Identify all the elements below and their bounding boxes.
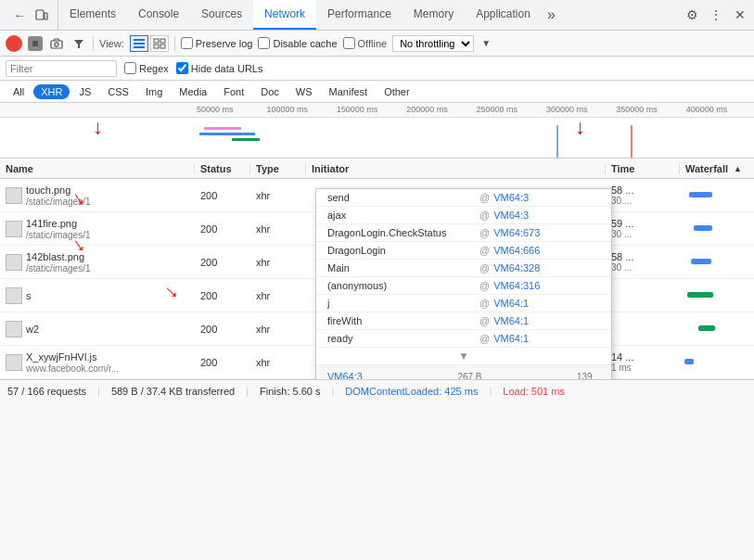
regex-checkbox[interactable]: Regex <box>124 62 169 74</box>
td-name-cell: 141fire.png /static/images/1 <box>0 218 195 240</box>
th-waterfall[interactable]: Waterfall ▲ <box>680 163 754 174</box>
type-tab-css[interactable]: CSS <box>100 84 136 99</box>
camera-button[interactable] <box>48 35 65 52</box>
th-initiator[interactable]: Initiator <box>306 163 606 174</box>
popup-link-vm64-1-j[interactable]: VM64:1 <box>493 298 529 309</box>
popup-section-1: VM64:3 267 B 139... Script 47 B 138... <box>316 364 611 379</box>
svg-rect-1 <box>45 13 47 19</box>
td-type: xhr <box>250 290 306 301</box>
svg-rect-9 <box>154 39 159 43</box>
popup-section-row: VM64:3 267 B 139... <box>327 369 600 379</box>
timeline-tick-3: 150000 ms <box>335 105 404 114</box>
disable-cache-checkbox[interactable]: Disable cache <box>258 37 337 49</box>
status-finish: Finish: 5.60 s <box>260 386 320 397</box>
record-button[interactable] <box>6 35 22 52</box>
th-time[interactable]: Time <box>606 163 680 174</box>
td-waterfall <box>680 212 754 245</box>
td-status: 200 <box>195 290 250 301</box>
sort-icon: ▲ <box>734 164 742 173</box>
tab-elements[interactable]: Elements <box>58 0 127 30</box>
filter-input[interactable] <box>6 60 117 77</box>
type-tab-manifest[interactable]: Manifest <box>322 84 376 99</box>
offline-checkbox[interactable]: Offline <box>343 37 388 49</box>
type-tab-other[interactable]: Other <box>377 84 417 99</box>
view-label: View: <box>99 38 124 49</box>
type-tab-js[interactable]: JS <box>71 84 98 99</box>
nav-icons: ← <box>4 0 58 30</box>
view-grid-button[interactable] <box>150 35 169 52</box>
popup-row-ready: ready @ VM64:1 <box>316 330 611 348</box>
hide-data-urls-checkbox[interactable]: Hide data URLs <box>176 62 263 74</box>
stop-button[interactable] <box>28 36 43 51</box>
type-tab-font[interactable]: Font <box>216 84 251 99</box>
preserve-log-checkbox[interactable]: Preserve log <box>181 37 253 49</box>
popup-link-vm64-3-ajax[interactable]: VM64:3 <box>493 210 529 221</box>
popup-link-vm64-673[interactable]: VM64:673 <box>493 227 540 238</box>
svg-marker-5 <box>74 40 83 48</box>
td-status: 200 <box>195 324 250 335</box>
more-tabs-button[interactable]: » <box>542 6 561 23</box>
file-icon <box>6 187 22 204</box>
td-waterfall <box>680 346 754 378</box>
back-icon[interactable]: ← <box>9 5 30 25</box>
td-type: xhr <box>250 223 306 235</box>
type-tab-ws[interactable]: WS <box>288 84 320 99</box>
td-time: 58 ... 30 ... <box>606 251 680 273</box>
menu-dots-icon[interactable]: ⋮ <box>706 5 726 25</box>
type-tab-xhr[interactable]: XHR <box>33 84 70 99</box>
th-status[interactable]: Status <box>195 163 250 174</box>
svg-rect-11 <box>154 45 159 48</box>
tab-network[interactable]: Network <box>253 0 316 30</box>
type-tab-img[interactable]: Img <box>138 84 170 99</box>
close-devtools-icon[interactable]: ✕ <box>730 5 750 25</box>
tab-console[interactable]: Console <box>127 0 190 30</box>
td-status: 200 <box>195 190 250 201</box>
type-tab-all[interactable]: All <box>6 84 32 99</box>
popup-link-vm64-666[interactable]: VM64:666 <box>493 245 540 256</box>
th-name[interactable]: Name <box>0 163 195 174</box>
td-time: 14 ... 1 ms <box>606 351 680 373</box>
td-name: 142blast.png /static/images/1 <box>26 251 90 274</box>
tab-sources[interactable]: Sources <box>190 0 253 30</box>
filter-icon[interactable] <box>70 35 87 52</box>
td-waterfall <box>680 279 754 312</box>
timeline-tick-1: 50000 ms <box>195 105 264 114</box>
popup-link-vm64-316[interactable]: VM64:316 <box>493 280 540 291</box>
timeline-tick-6: 300000 ms <box>544 105 614 114</box>
svg-rect-6 <box>134 39 145 41</box>
throttle-select[interactable]: No throttling <box>392 35 474 52</box>
table-header: Name Status Type Initiator Time Waterfal… <box>0 159 754 179</box>
type-tab-doc[interactable]: Doc <box>253 84 287 99</box>
filter-row: Regex Hide data URLs <box>0 57 754 81</box>
table-body: touch.png /static/images/1 200 xhr 58 ..… <box>0 179 754 379</box>
status-dom: DOMContentLoaded: 425 ms <box>345 386 478 397</box>
td-waterfall <box>680 312 754 345</box>
file-icon <box>6 221 22 237</box>
th-type[interactable]: Type <box>250 163 306 174</box>
network-toolbar: View: Preserve log Disable cache Offline… <box>0 31 754 57</box>
view-list-button[interactable] <box>130 35 148 52</box>
tab-memory[interactable]: Memory <box>403 0 465 30</box>
timeline-content: ↑ ↑ <box>0 118 754 159</box>
tab-end-icons: ⚙ ⋮ ✕ <box>682 5 750 25</box>
popup-row-firewith: fireWith @ VM64:1 <box>316 312 611 330</box>
popup-link-vm64-3-send[interactable]: VM64:3 <box>493 192 529 203</box>
settings-icon[interactable]: ⚙ <box>682 5 702 25</box>
svg-rect-7 <box>134 43 145 45</box>
popup-section-link-vm64-3-a[interactable]: VM64:3 <box>327 371 363 379</box>
type-tab-media[interactable]: Media <box>172 84 214 99</box>
view-buttons <box>130 35 169 52</box>
timeline-tick-7: 350000 ms <box>614 105 684 114</box>
timeline-tick-5: 250000 ms <box>475 105 544 114</box>
tab-performance[interactable]: Performance <box>316 0 403 30</box>
tab-application[interactable]: Application <box>465 0 542 30</box>
td-name-cell: w2 <box>0 321 195 337</box>
popup-link-vm64-1-ready[interactable]: VM64:1 <box>493 333 529 344</box>
popup-link-vm64-1-firewith[interactable]: VM64:1 <box>493 315 529 326</box>
popup-link-vm64-328[interactable]: VM64:328 <box>493 262 540 274</box>
svg-rect-12 <box>160 45 165 48</box>
popup-row-main: Main @ VM64:328 <box>316 260 611 277</box>
svg-point-4 <box>55 42 58 45</box>
device-icon[interactable] <box>32 5 52 25</box>
timeline-tick-4: 200000 ms <box>404 105 474 114</box>
